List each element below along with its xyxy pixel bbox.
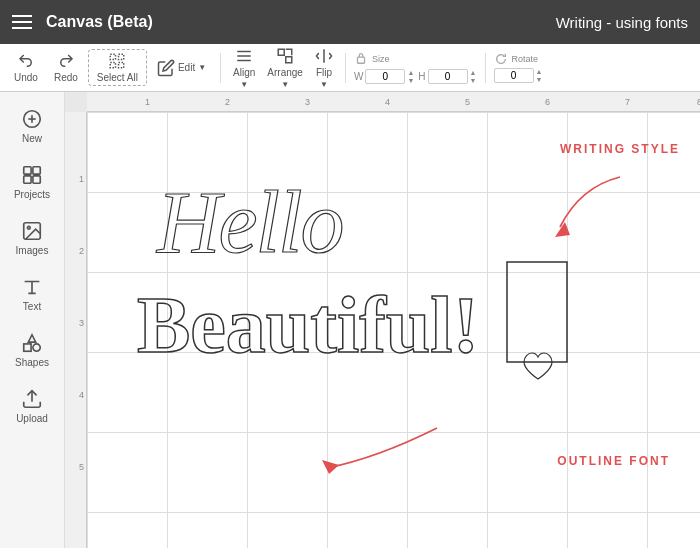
plus-icon (21, 108, 43, 130)
upload-icon (21, 388, 43, 410)
sidebar-item-new[interactable]: New (0, 100, 64, 152)
svg-marker-26 (322, 460, 339, 474)
arrange-icon (276, 47, 294, 65)
h-label: H (418, 71, 425, 82)
align-icon (235, 47, 253, 65)
canvas-content: Hello Beautiful! WRITING STYLE OUTLINE F (87, 112, 700, 548)
rotate-input[interactable] (494, 68, 534, 83)
redo-button[interactable]: Redo (48, 50, 84, 85)
align-button[interactable]: Align ▼ (229, 45, 259, 91)
svg-rect-16 (33, 176, 40, 183)
main-area: New Projects Images Tex (0, 92, 700, 548)
sidebar-item-images[interactable]: Images (0, 212, 64, 264)
svg-rect-13 (24, 167, 31, 174)
grid-background: Hello Beautiful! WRITING STYLE OUTLINE F (87, 112, 700, 548)
writing-style-arrow (520, 167, 640, 247)
svg-text:Hello: Hello (156, 174, 343, 271)
svg-rect-1 (119, 54, 124, 59)
arrange-button[interactable]: Arrange ▼ (263, 45, 307, 91)
toolbar-divider-2 (345, 53, 346, 83)
sidebar-item-text[interactable]: Text (0, 268, 64, 320)
select-all-icon (108, 52, 126, 70)
shapes-icon (21, 332, 43, 354)
svg-rect-9 (357, 57, 364, 63)
svg-rect-2 (111, 63, 116, 68)
edit-button[interactable]: Edit ▼ (151, 57, 212, 79)
ruler-left: 1 2 3 4 5 (65, 112, 87, 548)
canvas-area[interactable]: 1 2 3 4 5 6 7 8 1 2 3 4 5 Hel (65, 92, 700, 548)
rotate-down-arrow[interactable]: ▼ (536, 76, 543, 83)
size-field: Size W ▲ ▼ H ▲ ▼ (354, 51, 477, 84)
writing-style-annotation: WRITING STYLE (560, 142, 680, 156)
app-title: Canvas (Beta) (46, 13, 556, 31)
size-label: Size (372, 54, 390, 64)
outline-font-arrow (287, 408, 467, 488)
undo-icon (17, 52, 35, 70)
projects-icon (21, 164, 43, 186)
flip-icon (315, 47, 333, 65)
rotate-label: Rotate (512, 54, 539, 64)
w-input[interactable] (365, 69, 405, 84)
svg-point-18 (27, 226, 30, 229)
w-label: W (354, 71, 363, 82)
select-all-button[interactable]: Select All (88, 49, 147, 86)
doc-title: Writing - using fonts (556, 14, 688, 31)
sidebar-item-shapes[interactable]: Shapes (0, 324, 64, 376)
h-up-arrow[interactable]: ▲ (470, 69, 477, 76)
svg-marker-25 (555, 222, 570, 237)
w-down-arrow[interactable]: ▼ (407, 77, 414, 84)
svg-rect-15 (24, 176, 31, 183)
svg-point-19 (33, 344, 40, 351)
svg-rect-8 (286, 56, 292, 62)
lock-icon (354, 51, 368, 65)
toolbar: Undo Redo Select All Edit ▼ (0, 44, 700, 92)
rotate-field: Rotate ▲ ▼ (494, 52, 543, 83)
text-icon (21, 276, 43, 298)
w-up-arrow[interactable]: ▲ (407, 69, 414, 76)
rotate-up-arrow[interactable]: ▲ (536, 68, 543, 75)
svg-text:Beautiful!: Beautiful! (137, 281, 479, 369)
hamburger-menu[interactable] (12, 15, 32, 29)
toolbar-divider-3 (485, 53, 486, 83)
hello-beautiful-artwork: Hello Beautiful! (127, 142, 587, 442)
rotate-icon (494, 52, 508, 66)
undo-button[interactable]: Undo (8, 50, 44, 85)
flip-button[interactable]: Flip ▼ (311, 45, 337, 91)
edit-icon (157, 59, 175, 77)
redo-icon (57, 52, 75, 70)
h-down-arrow[interactable]: ▼ (470, 77, 477, 84)
svg-rect-7 (278, 49, 284, 55)
top-bar: Canvas (Beta) Writing - using fonts (0, 0, 700, 44)
svg-rect-24 (507, 262, 567, 362)
sidebar-item-projects[interactable]: Projects (0, 156, 64, 208)
h-input[interactable] (428, 69, 468, 84)
images-icon (21, 220, 43, 242)
svg-rect-20 (24, 344, 31, 351)
sidebar-item-upload[interactable]: Upload (0, 380, 64, 432)
outline-font-annotation: OUTLINE FONT (557, 454, 670, 468)
ruler-top: 1 2 3 4 5 6 7 8 (87, 92, 700, 112)
sidebar: New Projects Images Tex (0, 92, 65, 548)
svg-rect-3 (119, 63, 124, 68)
svg-rect-0 (111, 54, 116, 59)
svg-rect-14 (33, 167, 40, 174)
toolbar-divider-1 (220, 53, 221, 83)
